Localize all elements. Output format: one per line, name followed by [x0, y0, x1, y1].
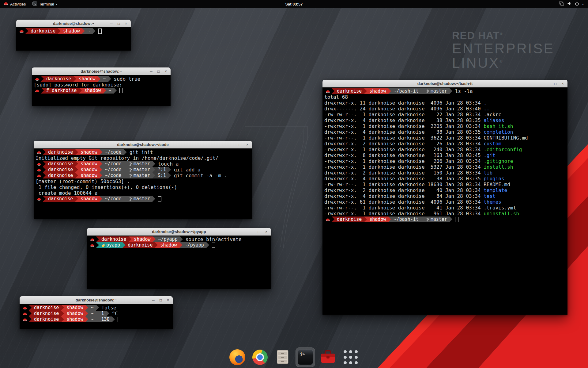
minimize-button[interactable]: ─: [149, 70, 153, 73]
activities-button[interactable]: Activities: [0, 0, 29, 8]
window-titlebar[interactable]: darknoise@shadow:~/bash-it ─ □ ×: [322, 80, 567, 88]
powerline-separator: [75, 161, 78, 167]
terminal-screen[interactable]: darknoiseshadow~: [16, 27, 131, 51]
logo-line-redhat: RED HAT®: [452, 29, 554, 41]
prompt-segment-exit: 130: [99, 316, 112, 322]
powerline-separator: [180, 236, 183, 242]
system-status-area[interactable]: ▾: [555, 0, 588, 8]
dock-terminal[interactable]: $>: [296, 347, 315, 367]
powerline-separator: [96, 242, 99, 248]
window-titlebar[interactable]: darknoise@shadow:~/pyapp ─ □ ×: [87, 228, 271, 236]
output-text: bash_it.sh: [484, 123, 513, 129]
prompt-segment-path: ~: [88, 305, 96, 311]
minimize-button[interactable]: ─: [151, 298, 155, 302]
terminal-screen[interactable]: darknoiseshadow~/bash-itmasterls -latota…: [322, 87, 567, 315]
dock-firefox[interactable]: [228, 347, 247, 367]
output-text: custom: [484, 141, 501, 147]
minimize-button[interactable]: ─: [231, 143, 235, 147]
terminal-output-line: -rwxrwxr-x. 1 darknoise darknoise 2205 J…: [324, 123, 566, 129]
powerline-separator: [85, 305, 88, 311]
output-text: .: [484, 100, 487, 106]
window-titlebar[interactable]: darknoise@shadow:~ ─ □ ×: [16, 20, 131, 28]
redhat-prompt-icon: [36, 196, 43, 202]
powerline-separator: [124, 167, 127, 173]
output-text: CONTRIBUTING.md: [484, 135, 528, 141]
output-text: install.sh: [484, 164, 513, 170]
output-text: -rw-rw-r--. 1 darknoise darknoise 22 Jan…: [324, 112, 484, 117]
redhat-prompt-icon: [36, 167, 43, 173]
powerline-separator: [124, 161, 127, 167]
powerline-separator: [153, 196, 155, 202]
minimize-button[interactable]: ─: [250, 230, 254, 234]
command-text: touch a: [155, 161, 179, 167]
terminal-screen[interactable]: darknoiseshadow~/codegit initInitialized…: [34, 148, 252, 219]
terminal-output-line: drwx------. 24 darknoise darknoise 4096 …: [324, 106, 566, 112]
output-text: .gitignore: [484, 158, 513, 164]
output-text: drwxrwxr-x. 4 darknoise darknoise 38 Jan…: [324, 176, 484, 182]
terminal-window: darknoise@shadow:~ ─ □ × darknoiseshadow…: [20, 296, 173, 329]
prompt-segment-path: ~/code: [102, 149, 124, 155]
powerline-separator: [43, 161, 46, 167]
dock-chrome[interactable]: [250, 347, 270, 367]
output-text: -rw-rw-r--. 1 darknoise darknoise 3622 J…: [324, 135, 484, 141]
powerline-separator: [129, 236, 131, 242]
clock-button[interactable]: Sat 03:57: [283, 0, 304, 8]
terminal-screen[interactable]: darknoiseshadow~sudo true[sudo] password…: [32, 75, 171, 106]
dock-files[interactable]: [273, 347, 292, 367]
prompt-segment-host: shadow: [82, 88, 103, 94]
powerline-separator: [108, 76, 111, 82]
prompt-segment-user: darknoise: [44, 76, 74, 82]
maximize-button[interactable]: □: [156, 70, 160, 73]
terminal-cursor: [119, 88, 123, 93]
prompt-segment-path: ~/code: [102, 173, 124, 178]
terminal-output-line: drwxrwxr-x. 4 darknoise darknoise 38 Jan…: [324, 129, 566, 135]
powerline-separator: [104, 88, 106, 94]
redhat-prompt-icon: [36, 161, 43, 167]
prompt-segment-venv: pyapp: [99, 242, 123, 248]
terminal-screen[interactable]: darknoiseshadow~/pyappsource bin/activat…: [87, 236, 271, 289]
maximize-button[interactable]: □: [117, 22, 121, 25]
output-text: drwxrwxr-x. 61 darknoise darknoise 4096 …: [324, 199, 484, 205]
window-titlebar[interactable]: darknoise@shadow:~/code ─ □ ×: [34, 141, 252, 149]
command-text: sudo true: [111, 76, 141, 82]
output-text: 1 file changed, 0 insertions(+), 0 delet…: [36, 184, 177, 190]
dock: $>: [228, 347, 360, 367]
command-text: git init: [127, 149, 153, 155]
terminal-prompt-line: darknoiseshadow~/codemastertouch a: [36, 161, 250, 167]
powerline-separator: [450, 88, 452, 94]
terminal-screen[interactable]: darknoiseshadow~falsedarknoiseshadow~1^C…: [20, 304, 173, 329]
maximize-button[interactable]: □: [553, 82, 557, 86]
output-text: aliases: [484, 117, 504, 123]
output-text: .travis.yml: [484, 205, 516, 211]
close-button[interactable]: ×: [164, 70, 168, 73]
close-button[interactable]: ×: [561, 82, 565, 86]
powerline-separator: [75, 196, 78, 202]
maximize-button[interactable]: □: [238, 143, 242, 147]
prompt-segment-host: shadow: [78, 161, 100, 167]
powerline-separator: [100, 161, 102, 167]
maximize-button[interactable]: □: [257, 230, 261, 234]
terminal-output-line: [master (root-commit) 50bcb63] .: [36, 178, 250, 184]
window-title: darknoise@shadow:~: [81, 69, 122, 74]
redhat-prompt-icon: [36, 149, 43, 155]
minimize-button[interactable]: ─: [546, 82, 550, 86]
dock-app-grid[interactable]: [341, 347, 360, 367]
minimize-button[interactable]: ─: [109, 22, 113, 25]
close-button[interactable]: ×: [264, 230, 268, 234]
powerline-separator: [82, 28, 85, 34]
close-button[interactable]: ×: [166, 298, 170, 302]
powerline-separator: [155, 242, 158, 248]
dock-software-toolbox[interactable]: [318, 347, 338, 367]
prompt-segment-host: shadow: [367, 217, 388, 222]
close-button[interactable]: ×: [124, 22, 128, 25]
terminal-output-line: -rwxrwxr-x. 1 darknoise darknoise 961 Ja…: [324, 211, 566, 217]
close-button[interactable]: ×: [245, 143, 249, 147]
maximize-button[interactable]: □: [159, 298, 163, 302]
window-titlebar[interactable]: darknoise@shadow:~ ─ □ ×: [20, 296, 173, 304]
output-text: [master (root-commit) 50bcb63] .: [36, 178, 130, 184]
toolbox-icon: [320, 349, 336, 366]
powerline-separator: [75, 167, 78, 173]
terminal-output-line: drwxrwxr-x. 61 darknoise darknoise 4096 …: [324, 199, 566, 205]
app-menu-button[interactable]: Terminal ▾: [29, 0, 61, 8]
window-titlebar[interactable]: darknoise@shadow:~ ─ □ ×: [32, 67, 171, 75]
